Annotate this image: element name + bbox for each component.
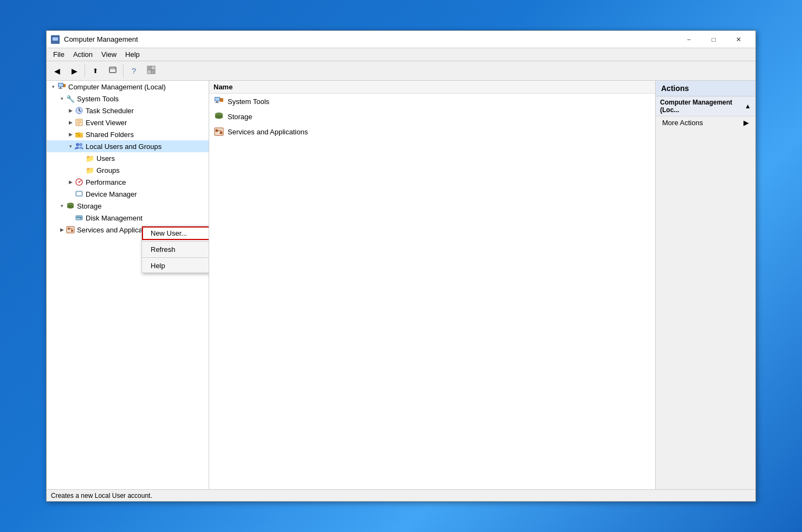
context-menu: New User... Refresh Help	[141, 226, 209, 273]
context-separator	[142, 241, 209, 242]
tree-disk-management[interactable]: ▶ Disk Management	[47, 212, 209, 224]
disk-label: Disk Management	[86, 214, 143, 222]
computer-management-window: Computer Management − □ ✕ File Action Vi…	[46, 30, 756, 502]
services-expand: ▶	[57, 225, 66, 234]
actions-section-scroll-up[interactable]: ▲	[745, 102, 751, 110]
menu-file[interactable]: File	[49, 49, 69, 60]
main-area: ▾ Computer Management (Local) ▾ 🔧 System	[47, 81, 755, 489]
tree-groups[interactable]: ▶ 📁 Groups	[47, 164, 209, 176]
task-icon	[75, 106, 83, 115]
context-refresh[interactable]: Refresh	[142, 243, 209, 256]
services-icon	[66, 225, 75, 234]
statusbar-text: Creates a new Local User account.	[51, 492, 152, 499]
shared-expand: ▶	[66, 130, 75, 139]
svg-rect-8	[147, 70, 151, 74]
menu-view[interactable]: View	[97, 49, 121, 60]
titlebar: Computer Management − □ ✕	[47, 31, 755, 48]
actions-section-title: Computer Management (Loc... ▲	[656, 96, 755, 116]
toolbar: ◀ ▶ ⬆ ?	[47, 61, 755, 81]
content-services-label: Services and Applications	[228, 128, 308, 136]
svg-rect-39	[67, 226, 74, 233]
tree-users[interactable]: ▶ 📁 Users	[47, 152, 209, 164]
tree-local-users[interactable]: ▾ Local Users and Groups	[47, 140, 209, 152]
view-button[interactable]	[143, 63, 159, 79]
actions-section-label: Computer Management (Loc...	[660, 99, 745, 114]
app-icon	[51, 35, 60, 44]
tree-task-scheduler[interactable]: ▶ Task Scheduler	[47, 105, 209, 116]
tree-root[interactable]: ▾ Computer Management (Local)	[47, 81, 209, 93]
svg-rect-6	[147, 66, 151, 70]
content-row-services[interactable]: Services and Applications	[209, 124, 655, 139]
device-icon	[75, 190, 83, 198]
forward-icon: ▶	[72, 67, 77, 75]
content-system-tools-icon	[214, 96, 224, 107]
svg-point-35	[67, 206, 74, 209]
content-storage-label: Storage	[228, 113, 253, 121]
back-button[interactable]: ◀	[49, 63, 65, 79]
event-expand: ▶	[66, 118, 75, 127]
event-icon	[75, 118, 83, 127]
content-column-header: Name	[209, 81, 655, 94]
svg-point-30	[79, 181, 80, 183]
root-expand-icon: ▾	[49, 82, 57, 91]
svg-rect-11	[59, 83, 63, 87]
svg-rect-52	[215, 128, 223, 135]
actions-panel: Actions Computer Management (Loc... ▲ Mo…	[655, 81, 755, 489]
tree-shared-folders[interactable]: ▶ Shared Folders	[47, 128, 209, 140]
svg-point-51	[215, 115, 223, 119]
menu-action[interactable]: Action	[69, 49, 97, 60]
more-actions-label: More Actions	[662, 119, 703, 127]
svg-rect-37	[76, 217, 80, 218]
close-button[interactable]: ✕	[726, 31, 751, 48]
toolbar-separator-2	[123, 64, 124, 77]
content-system-tools-label: System Tools	[228, 98, 269, 106]
more-actions-arrow: ▶	[743, 119, 749, 127]
svg-rect-14	[63, 84, 66, 87]
actions-more-actions[interactable]: More Actions ▶	[656, 116, 755, 129]
svg-point-38	[80, 217, 82, 219]
shared-icon	[75, 130, 83, 139]
minimize-button[interactable]: −	[676, 31, 701, 48]
storage-label: Storage	[77, 202, 102, 210]
system-tools-expand: ▾	[57, 94, 66, 103]
localusers-expand: ▾	[66, 142, 75, 151]
forward-button[interactable]: ▶	[66, 63, 82, 79]
help-icon: ?	[132, 66, 136, 75]
context-new-user[interactable]: New User...	[142, 226, 209, 240]
svg-rect-13	[59, 88, 62, 89]
content-row-storage[interactable]: Storage	[209, 109, 655, 124]
tree-performance[interactable]: ▶ Performance	[47, 176, 209, 188]
context-help[interactable]: Help	[142, 259, 209, 273]
maximize-button[interactable]: □	[701, 31, 726, 48]
svg-rect-1	[53, 37, 58, 41]
up-button[interactable]: ⬆	[87, 63, 104, 79]
svg-rect-3	[53, 42, 58, 43]
up-icon: ⬆	[93, 67, 98, 75]
tree-storage[interactable]: ▾ Storage	[47, 200, 209, 212]
svg-rect-48	[215, 102, 219, 103]
groups-folder-icon: 📁	[86, 166, 94, 174]
storage-icon	[66, 202, 75, 210]
local-users-label: Local Users and Groups	[86, 142, 161, 151]
svg-rect-45	[215, 98, 219, 101]
context-separator-2	[142, 257, 209, 258]
root-label: Computer Management (Local)	[68, 83, 166, 91]
performance-icon	[75, 178, 83, 186]
svg-rect-46	[220, 98, 223, 102]
task-expand: ▶	[66, 106, 75, 115]
event-label: Event Viewer	[86, 119, 127, 127]
menu-help[interactable]: Help	[121, 49, 144, 60]
back-icon: ◀	[54, 67, 60, 75]
actions-header: Actions	[656, 81, 755, 96]
window-controls: − □ ✕	[676, 31, 751, 48]
local-users-icon	[75, 142, 83, 151]
show-hide-button[interactable]	[105, 63, 121, 79]
help-button[interactable]: ?	[126, 63, 142, 79]
svg-rect-23	[75, 133, 79, 134]
svg-rect-4	[109, 67, 116, 73]
tree-system-tools[interactable]: ▾ 🔧 System Tools	[47, 93, 209, 105]
users-folder-icon: 📁	[86, 154, 94, 163]
tree-event-viewer[interactable]: ▶ Event Viewer	[47, 116, 209, 128]
tree-device-manager[interactable]: ▶ Device Manager	[47, 188, 209, 200]
content-row-system-tools[interactable]: System Tools	[209, 94, 655, 109]
